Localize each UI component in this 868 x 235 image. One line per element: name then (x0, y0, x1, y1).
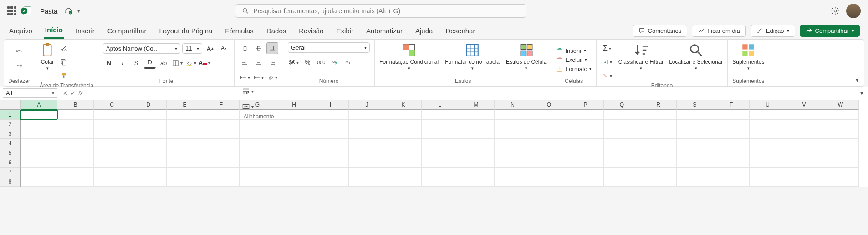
addins-button[interactable]: Suplementos▾ (732, 42, 764, 71)
cell[interactable] (21, 110, 57, 120)
cell[interactable] (713, 129, 750, 139)
decrease-indent-button[interactable] (239, 72, 251, 83)
cell[interactable] (312, 158, 349, 168)
catch-up-button[interactable]: Ficar em dia (692, 25, 746, 37)
share-button[interactable]: Compartilhar ▾ (800, 25, 860, 37)
column-header[interactable]: C (94, 100, 130, 110)
cell[interactable] (822, 168, 859, 177)
double-underline-button[interactable]: D (144, 57, 156, 69)
cell[interactable] (422, 110, 458, 120)
percent-format-button[interactable]: % (301, 56, 313, 68)
tab-automatizar[interactable]: Automatizar (365, 23, 403, 38)
cell[interactable] (677, 129, 713, 139)
cell[interactable] (57, 129, 94, 139)
cell[interactable] (713, 139, 750, 148)
cell[interactable] (750, 158, 786, 168)
cell[interactable] (203, 168, 240, 177)
column-header[interactable]: A (21, 100, 57, 110)
cell[interactable] (385, 129, 422, 139)
sort-filter-button[interactable]: Classificar e Filtrar▾ (618, 42, 664, 71)
cell[interactable] (458, 139, 495, 148)
search-input[interactable] (254, 7, 520, 15)
cell[interactable] (567, 158, 604, 168)
cell[interactable] (567, 139, 604, 148)
collapse-ribbon-button[interactable]: ▾ (856, 77, 859, 83)
cell[interactable] (713, 158, 750, 168)
column-header[interactable]: P (567, 100, 604, 110)
cell[interactable] (167, 139, 203, 148)
cell[interactable] (57, 148, 94, 158)
wrap-text-button[interactable] (242, 85, 254, 97)
cell[interactable] (422, 148, 458, 158)
cell[interactable] (786, 110, 822, 120)
tab-desenhar[interactable]: Desenhar (444, 23, 476, 38)
cell[interactable] (750, 110, 786, 120)
column-header[interactable]: M (458, 100, 495, 110)
cell[interactable] (167, 168, 203, 177)
cell[interactable] (822, 177, 859, 187)
format-as-table-button[interactable]: Formatar como Tabela▾ (445, 42, 500, 71)
app-launcher-icon[interactable] (7, 6, 16, 15)
cell[interactable] (531, 168, 567, 177)
cell[interactable] (130, 168, 167, 177)
column-header[interactable]: O (531, 100, 567, 110)
cell[interactable] (94, 168, 130, 177)
row-header[interactable]: 7 (0, 168, 21, 177)
cell[interactable] (276, 158, 312, 168)
align-center-button[interactable] (253, 57, 265, 69)
search-box[interactable] (235, 4, 526, 18)
row-header[interactable]: 5 (0, 148, 21, 158)
cell-styles-button[interactable]: Estilos de Célula▾ (506, 42, 546, 71)
redo-button[interactable] (13, 61, 25, 73)
cell[interactable] (385, 120, 422, 129)
cell[interactable] (94, 120, 130, 129)
cell[interactable] (567, 148, 604, 158)
row-header[interactable]: 8 (0, 177, 21, 187)
cell[interactable] (240, 139, 276, 148)
cell[interactable] (640, 158, 677, 168)
cell[interactable] (167, 177, 203, 187)
cell[interactable] (640, 177, 677, 187)
cell[interactable] (94, 139, 130, 148)
cell[interactable] (276, 129, 312, 139)
cell[interactable] (604, 158, 640, 168)
cell[interactable] (822, 110, 859, 120)
cell[interactable] (531, 110, 567, 120)
merge-cells-button[interactable] (242, 101, 254, 112)
find-select-button[interactable]: Localizar e Selecionar▾ (669, 42, 723, 71)
cell[interactable] (57, 177, 94, 187)
cell[interactable] (713, 177, 750, 187)
increase-indent-button[interactable] (253, 72, 265, 83)
delete-cells-button[interactable]: Excluir▾ (556, 56, 587, 63)
undo-button[interactable] (13, 46, 25, 58)
cell[interactable] (349, 177, 385, 187)
cell[interactable] (57, 110, 94, 120)
cell[interactable] (312, 120, 349, 129)
cell[interactable] (312, 168, 349, 177)
cell[interactable] (677, 148, 713, 158)
cell[interactable] (822, 129, 859, 139)
paste-button[interactable]: Colar ▾ (40, 42, 55, 71)
cell[interactable] (750, 168, 786, 177)
tab-dados[interactable]: Dados (266, 23, 287, 38)
cell[interactable] (786, 168, 822, 177)
cell[interactable] (130, 148, 167, 158)
cell[interactable] (567, 168, 604, 177)
cell[interactable] (203, 120, 240, 129)
column-header[interactable]: B (57, 100, 94, 110)
comma-format-button[interactable]: 000 (315, 56, 327, 68)
cell[interactable] (203, 110, 240, 120)
tab-inserir[interactable]: Inserir (75, 23, 96, 38)
cell[interactable] (604, 168, 640, 177)
cell[interactable] (531, 129, 567, 139)
cell[interactable] (203, 139, 240, 148)
cell[interactable] (276, 139, 312, 148)
row-header[interactable]: 4 (0, 139, 21, 148)
cell[interactable] (822, 148, 859, 158)
cancel-formula-button[interactable]: ✕ (63, 90, 68, 97)
cell[interactable] (458, 158, 495, 168)
cell[interactable] (21, 177, 57, 187)
cell[interactable] (21, 129, 57, 139)
cell[interactable] (385, 110, 422, 120)
cell[interactable] (786, 129, 822, 139)
